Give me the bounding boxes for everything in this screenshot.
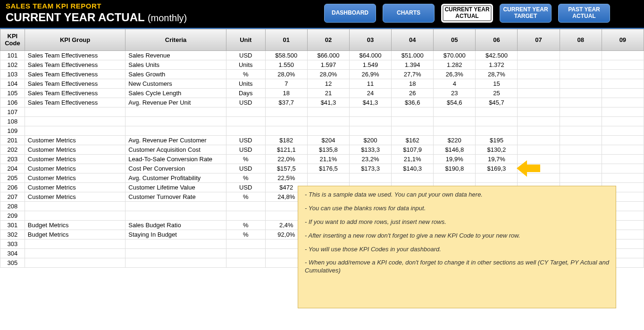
cell[interactable]: $173,3 bbox=[349, 164, 391, 173]
cell[interactable]: 1.394 bbox=[392, 60, 434, 70]
cell[interactable] bbox=[602, 173, 644, 183]
cell[interactable]: Sales Units bbox=[125, 60, 226, 70]
cell[interactable] bbox=[560, 79, 602, 89]
cell[interactable]: 21 bbox=[307, 89, 349, 98]
cell[interactable] bbox=[602, 51, 644, 60]
cell[interactable]: Avg. Customer Profitability bbox=[125, 173, 226, 183]
cell[interactable]: $204 bbox=[307, 136, 349, 145]
cell[interactable]: 28,0% bbox=[265, 70, 307, 79]
cell[interactable]: $220 bbox=[434, 136, 476, 145]
cell[interactable]: $146,8 bbox=[434, 145, 476, 155]
cell[interactable] bbox=[392, 107, 434, 117]
cell[interactable]: 22,5% bbox=[265, 173, 307, 183]
cell[interactable] bbox=[25, 117, 125, 126]
col-04[interactable]: 04 bbox=[392, 29, 434, 51]
cell[interactable]: USD bbox=[226, 164, 265, 173]
cell[interactable]: 304 bbox=[0, 249, 25, 258]
cell[interactable]: $51.000 bbox=[392, 51, 434, 60]
cell[interactable] bbox=[518, 60, 560, 70]
cell[interactable]: Sales Cycle Length bbox=[125, 89, 226, 98]
cell[interactable]: New Customers bbox=[125, 79, 226, 89]
cell[interactable]: $169,3 bbox=[476, 164, 518, 173]
col-03[interactable]: 03 bbox=[349, 29, 391, 51]
cell[interactable] bbox=[602, 70, 644, 79]
cell[interactable]: 101 bbox=[0, 51, 25, 60]
cell[interactable] bbox=[560, 145, 602, 155]
col-07[interactable]: 07 bbox=[518, 29, 560, 51]
cell[interactable]: Customer Metrics bbox=[25, 183, 125, 192]
cell[interactable]: Units bbox=[226, 60, 265, 70]
cell[interactable]: 12 bbox=[307, 79, 349, 89]
cell[interactable]: 204 bbox=[0, 164, 25, 173]
col-08[interactable]: 08 bbox=[560, 29, 602, 51]
cell[interactable] bbox=[226, 126, 265, 136]
cell[interactable]: 305 bbox=[0, 258, 25, 268]
cell[interactable] bbox=[602, 60, 644, 70]
cell[interactable]: 203 bbox=[0, 155, 25, 164]
cell[interactable]: Sales Team Effectiveness bbox=[25, 51, 125, 60]
cell[interactable]: $64.000 bbox=[349, 51, 391, 60]
cell[interactable]: $41,3 bbox=[307, 98, 349, 107]
cell[interactable]: Units bbox=[226, 79, 265, 89]
cell[interactable]: 19,7% bbox=[476, 155, 518, 164]
cell[interactable]: 26 bbox=[392, 89, 434, 98]
cell[interactable] bbox=[560, 107, 602, 117]
cell[interactable] bbox=[560, 70, 602, 79]
cell[interactable]: 11 bbox=[349, 79, 391, 89]
cell[interactable]: $36,6 bbox=[392, 98, 434, 107]
cell[interactable]: Customer Acquisition Cost bbox=[125, 145, 226, 155]
cell[interactable] bbox=[560, 155, 602, 164]
cell[interactable]: $157,5 bbox=[265, 164, 307, 173]
cell[interactable]: 201 bbox=[0, 136, 25, 145]
cell[interactable] bbox=[560, 126, 602, 136]
cell[interactable]: $70.000 bbox=[434, 51, 476, 60]
cell[interactable]: 21,1% bbox=[307, 155, 349, 164]
cell[interactable]: Customer Metrics bbox=[25, 173, 125, 183]
cell[interactable]: 28,7% bbox=[476, 70, 518, 79]
cell[interactable]: Sales Team Effectiveness bbox=[25, 70, 125, 79]
cell[interactable]: 1.550 bbox=[265, 60, 307, 70]
cell[interactable]: % bbox=[226, 192, 265, 202]
cell[interactable]: Customer Metrics bbox=[25, 155, 125, 164]
cell[interactable]: Sales Team Effectiveness bbox=[25, 98, 125, 107]
col-kpi-group[interactable]: KPI Group bbox=[25, 29, 125, 51]
cell[interactable]: 23 bbox=[434, 89, 476, 98]
cell[interactable] bbox=[265, 126, 307, 136]
cell[interactable] bbox=[25, 258, 125, 268]
cell[interactable]: 106 bbox=[0, 98, 25, 107]
cell[interactable] bbox=[476, 107, 518, 117]
cell[interactable] bbox=[125, 126, 226, 136]
cell[interactable] bbox=[349, 173, 391, 183]
cell[interactable] bbox=[125, 239, 226, 249]
cell[interactable] bbox=[226, 239, 265, 249]
cell[interactable] bbox=[265, 117, 307, 126]
cell[interactable]: Avg. Revenue Per Unit bbox=[125, 98, 226, 107]
cell[interactable] bbox=[560, 117, 602, 126]
cell[interactable]: $195 bbox=[476, 136, 518, 145]
cell[interactable] bbox=[25, 126, 125, 136]
cell[interactable] bbox=[560, 173, 602, 183]
cell[interactable]: Customer Turnover Rate bbox=[125, 192, 226, 202]
cell[interactable]: $176,5 bbox=[307, 164, 349, 173]
col-09[interactable]: 09 bbox=[602, 29, 644, 51]
col-unit[interactable]: Unit bbox=[226, 29, 265, 51]
cell[interactable]: 208 bbox=[0, 202, 25, 211]
cell[interactable]: 24 bbox=[349, 89, 391, 98]
cell[interactable]: 209 bbox=[0, 211, 25, 221]
cell[interactable] bbox=[349, 126, 391, 136]
cell[interactable] bbox=[307, 126, 349, 136]
cell[interactable]: 23,2% bbox=[349, 155, 391, 164]
cell[interactable] bbox=[25, 211, 125, 221]
cell[interactable] bbox=[602, 164, 644, 173]
cell[interactable] bbox=[518, 136, 560, 145]
cell[interactable]: Budget Metrics bbox=[25, 221, 125, 230]
cell[interactable]: $45,7 bbox=[476, 98, 518, 107]
cell[interactable] bbox=[349, 117, 391, 126]
cell[interactable]: Sales Budget Ratio bbox=[125, 221, 226, 230]
cell[interactable]: 26,9% bbox=[349, 70, 391, 79]
cell[interactable]: Customer Metrics bbox=[25, 145, 125, 155]
cell[interactable] bbox=[392, 173, 434, 183]
cell[interactable] bbox=[602, 145, 644, 155]
cell[interactable]: 202 bbox=[0, 145, 25, 155]
cell[interactable]: 207 bbox=[0, 192, 25, 202]
